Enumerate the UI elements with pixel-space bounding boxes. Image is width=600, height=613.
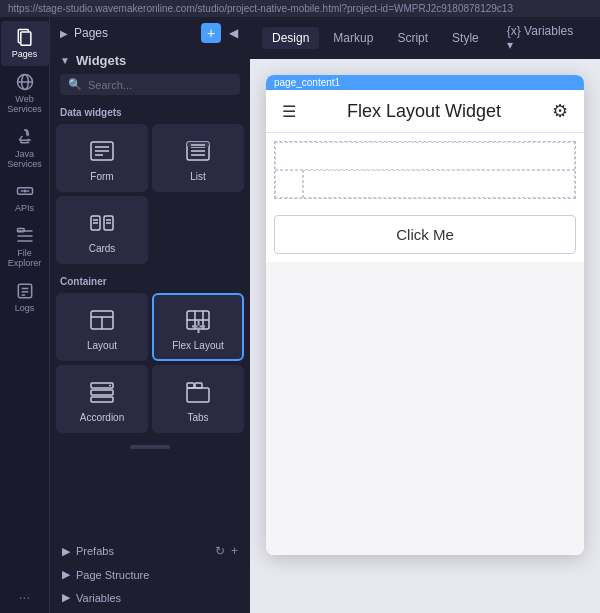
main-content: Design Markup Script Style {x} Variables… [250,17,600,613]
cards-widget-icon [88,209,116,237]
page-structure-row[interactable]: ▶ Page Structure [56,563,244,586]
cards-widget-label: Cards [89,243,116,254]
bottom-panel-items: ▶ Prefabs ↻ + ▶ Page Structure ▶ Variabl… [50,535,250,613]
add-prefab-icon[interactable]: + [231,544,238,558]
page-structure-arrow-icon: ▶ [62,568,70,581]
phone-content-area [266,262,584,555]
form-widget-label: Form [90,171,113,182]
more-options[interactable]: ··· [11,581,39,613]
container-label: Container [56,272,244,293]
pages-label: Pages [74,26,108,40]
widgets-label: Widgets [76,53,126,68]
variables-arrow-icon: ▶ [62,591,70,604]
scrollbar-pill [130,445,170,449]
layout-widget-label: Layout [87,340,117,351]
pages-icon [15,27,35,47]
widget-list[interactable]: List [152,124,244,192]
accordion-widget-label: Accordion [80,412,124,423]
data-widgets-label: Data widgets [56,103,244,124]
add-page-button[interactable]: + [201,23,221,43]
widget-layout[interactable]: Layout [56,293,148,361]
widgets-header: ▼ Widgets [50,49,250,74]
widgets-scroll: Data widgets Form [50,103,250,535]
data-widget-grid: Form List [56,124,244,264]
tab-markup[interactable]: Markup [323,27,383,49]
svg-rect-1 [20,32,30,45]
click-me-button[interactable]: Click Me [274,215,576,254]
phone-area: page_content1 ☰ Flex Layout Widget ⚙ [250,59,600,613]
widget-flex-layout[interactable]: ✛ Flex Layout [152,293,244,361]
url-bar: https://stage-studio.wavemakeronline.com… [0,0,600,17]
pages-header: ▶ Pages + ◀ [50,17,250,49]
sidebar-item-logs[interactable]: Logs [1,275,49,320]
phone-title: Flex Layout Widget [308,101,540,122]
tabs-widget-icon [184,378,212,406]
list-widget-label: List [190,171,206,182]
sidebar-item-logs-label: Logs [15,304,35,314]
flex-bottom-row [275,170,575,198]
tab-style[interactable]: Style [442,27,489,49]
variables-label: Variables [76,592,121,604]
apis-icon [15,181,35,201]
search-input[interactable] [88,79,232,91]
tab-design[interactable]: Design [262,27,319,49]
layout-widget-icon [88,306,116,334]
panel: ▶ Pages + ◀ ▼ Widgets 🔍 Data widgets [50,17,250,613]
hamburger-icon[interactable]: ☰ [282,102,296,121]
flex-top-row [275,142,575,170]
svg-point-8 [24,191,26,193]
flex-cell-top[interactable] [275,142,575,170]
svg-rect-9 [17,229,24,232]
search-icon: 🔍 [68,78,82,91]
sidebar-item-java-services[interactable]: Java Services [1,121,49,176]
svg-rect-39 [91,397,113,402]
prefabs-arrow-icon: ▶ [62,545,70,558]
widget-accordion[interactable]: Accordion [56,365,148,433]
left-sidebar: Pages Web Services Java Services [0,17,50,613]
search-box: 🔍 [60,74,240,95]
accordion-widget-icon [88,378,116,406]
flex-layout-container[interactable] [274,141,576,199]
sidebar-item-web-services[interactable]: Web Services [1,66,49,121]
drag-cursor-icon: ✛ [191,316,206,338]
flex-cell-left[interactable] [275,170,303,198]
sidebar-item-java-label: Java Services [5,150,45,170]
logs-icon [15,281,35,301]
prefabs-row[interactable]: ▶ Prefabs ↻ + [56,539,244,563]
refresh-icon[interactable]: ↻ [215,544,225,558]
widget-cards[interactable]: Cards [56,196,148,264]
phone-header: ☰ Flex Layout Widget ⚙ [266,90,584,133]
sidebar-item-pages[interactable]: Pages [1,21,49,66]
list-widget-icon [184,137,212,165]
main-container: Pages Web Services Java Services [0,17,600,613]
java-services-icon [15,127,35,147]
sidebar-item-file-label: File Explorer [5,249,45,269]
widgets-arrow-icon: ▼ [60,55,70,66]
widget-tabs[interactable]: Tabs [152,365,244,433]
container-widget-grid: Layout ✛ Flex Layout [56,293,244,433]
page-content-label: page_content1 [266,75,584,90]
file-explorer-icon [15,226,35,246]
tab-variables[interactable]: {x} Variables ▾ [497,20,588,56]
top-toolbar: Design Markup Script Style {x} Variables… [250,17,600,59]
web-services-icon [15,72,35,92]
widget-form[interactable]: Form [56,124,148,192]
sidebar-item-apis-label: APIs [15,204,34,214]
flex-cell-right[interactable] [303,170,575,198]
pages-title-group: ▶ Pages [60,26,108,40]
svg-rect-41 [187,388,209,402]
tabs-widget-label: Tabs [187,412,208,423]
scrollbar-indicator [56,441,244,453]
settings-icon[interactable]: ⚙ [552,100,568,122]
flex-layout-widget-label: Flex Layout [172,340,224,351]
collapse-panel-button[interactable]: ◀ [227,24,240,42]
sidebar-item-apis[interactable]: APIs [1,175,49,220]
svg-rect-38 [91,390,113,395]
pages-arrow-icon: ▶ [60,28,68,39]
sidebar-item-pages-label: Pages [12,50,38,60]
sidebar-item-file-explorer[interactable]: File Explorer [1,220,49,275]
form-widget-icon [88,137,116,165]
sidebar-item-web-label: Web Services [5,95,45,115]
variables-row[interactable]: ▶ Variables [56,586,244,609]
tab-script[interactable]: Script [387,27,438,49]
